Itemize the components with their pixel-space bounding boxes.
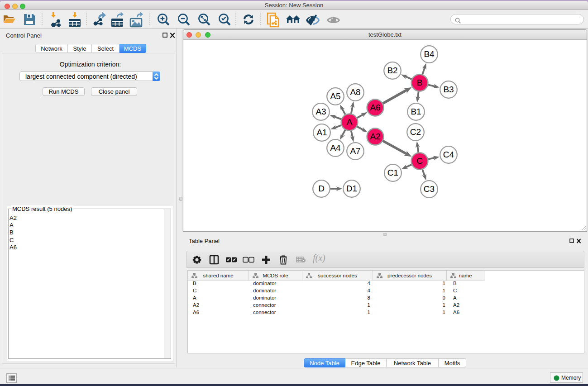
svg-text:A8: A8 — [350, 87, 360, 97]
svg-text:A5: A5 — [330, 91, 340, 101]
svg-text:C3: C3 — [424, 184, 435, 194]
svg-text:A: A — [347, 117, 353, 127]
svg-text:C4: C4 — [443, 150, 454, 159]
svg-text:C1: C1 — [387, 168, 398, 177]
svg-text:A4: A4 — [330, 143, 341, 152]
svg-text:B2: B2 — [387, 66, 397, 75]
svg-text:A2: A2 — [370, 132, 380, 141]
svg-text:B1: B1 — [411, 107, 421, 116]
svg-text:C: C — [416, 156, 423, 166]
svg-text:B3: B3 — [443, 85, 454, 94]
svg-text:B4: B4 — [424, 49, 435, 59]
svg-text:A7: A7 — [350, 146, 360, 156]
svg-text:A6: A6 — [370, 103, 380, 112]
svg-text:A1: A1 — [316, 128, 327, 137]
svg-text:B: B — [417, 78, 423, 87]
svg-text:A3: A3 — [316, 107, 326, 116]
svg-text:D: D — [318, 184, 325, 193]
svg-text:C2: C2 — [410, 127, 421, 137]
svg-text:D1: D1 — [346, 184, 357, 193]
